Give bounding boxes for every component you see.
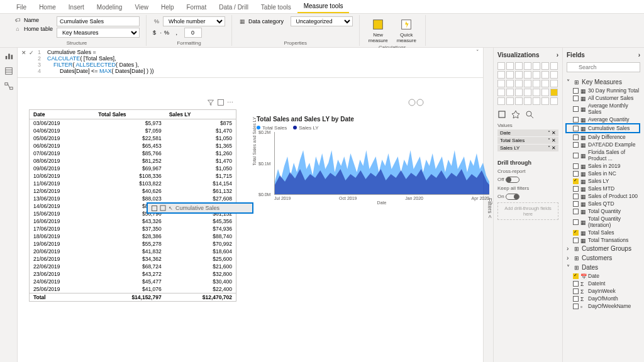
field-table-header[interactable]: ›⊞Customer Groups (567, 244, 640, 253)
field-item[interactable]: ΣDayOfMonth (567, 295, 640, 302)
viz-type-button[interactable] (550, 71, 558, 79)
field-checkbox[interactable] (573, 209, 579, 214)
field-checkbox[interactable] (573, 219, 579, 225)
viz-type-button[interactable] (533, 97, 540, 105)
table-row[interactable]: 16/06/2019$43,326$45,356 (30, 217, 236, 225)
data-view-icon[interactable] (4, 67, 13, 75)
viz-type-button[interactable] (541, 71, 549, 79)
field-item[interactable]: ▦Sales in 2019 (567, 162, 640, 170)
field-item[interactable]: ▦Total Quantity (567, 207, 640, 215)
field-checkbox[interactable] (573, 153, 579, 158)
viz-type-button[interactable] (515, 80, 523, 87)
keep-filters-toggle[interactable] (506, 194, 519, 200)
field-item[interactable]: ▦Sales in NC (567, 170, 640, 177)
collapse-icon[interactable]: › (557, 52, 558, 58)
table-row[interactable]: 13/06/2019$88,023$27,608 (30, 195, 236, 202)
column-header[interactable]: Date (30, 110, 94, 119)
viz-type-button[interactable] (533, 89, 540, 96)
drill-drop-zone[interactable]: Add drill-through fields here (497, 202, 558, 220)
report-canvas[interactable]: ⋯ DateTotal SalesSales LY 03/06/2019$5,9… (18, 78, 483, 362)
formula-code[interactable]: Cumulative Sales = CALCULATE( [Total Sal… (47, 49, 154, 74)
viz-type-button[interactable] (541, 89, 549, 96)
field-table-header[interactable]: ›⊞Customers (567, 253, 640, 263)
cancel-formula-icon[interactable]: ✕ (21, 50, 26, 56)
viz-type-button[interactable] (550, 62, 558, 70)
viz-type-button[interactable] (506, 71, 514, 79)
table-row[interactable]: 08/06/2019$81,252$1,470 (30, 157, 236, 165)
field-checkbox[interactable] (573, 288, 579, 294)
field-checkbox[interactable] (573, 117, 579, 123)
field-item[interactable]: 📅Date (567, 272, 640, 280)
field-checkbox[interactable] (573, 201, 579, 207)
percent-button[interactable]: % (164, 30, 169, 36)
field-checkbox[interactable] (573, 88, 579, 94)
commit-formula-icon[interactable]: ✓ (29, 50, 34, 56)
table-row[interactable]: 05/06/2019$22,581$1,050 (30, 134, 236, 142)
new-measure-button[interactable]: New measure (366, 16, 391, 45)
viz-type-button[interactable] (524, 71, 531, 79)
table-row[interactable]: 09/06/2019$69,967$1,050 (30, 165, 236, 172)
filters-pane-collapsed[interactable]: Filters < (483, 48, 493, 362)
field-item[interactable]: ▦Total Sales (567, 229, 640, 236)
viz-type-button[interactable] (506, 89, 514, 96)
viz-type-button[interactable] (533, 71, 540, 79)
field-item[interactable]: ▦Daily Difference (567, 133, 640, 141)
viz-type-button[interactable] (497, 71, 505, 79)
well-item[interactable]: Total Sales˅ ✕ (497, 137, 558, 144)
table-row[interactable]: 10/06/2019$108,336$1,715 (30, 172, 236, 180)
field-checkbox[interactable] (573, 134, 579, 140)
field-checkbox[interactable] (573, 142, 579, 148)
formula-bar[interactable]: ✕✓ 1234 Cumulative Sales = CALCULATE( [T… (18, 48, 483, 78)
field-item[interactable]: ▦Total Quantity (Iteration) (567, 215, 640, 229)
analytics-tab-icon[interactable] (525, 110, 534, 119)
viz-type-button[interactable] (497, 97, 505, 105)
field-checkbox[interactable] (573, 273, 579, 279)
currency-button[interactable]: $ (153, 30, 156, 36)
field-item[interactable]: ▦Cumulative Sales (565, 123, 640, 133)
table-row[interactable]: 04/06/2019$7,059$1,470 (30, 127, 236, 134)
column-header[interactable]: Total Sales (94, 110, 165, 119)
data-category-select[interactable]: Uncategorized (291, 16, 353, 26)
field-item[interactable]: ▦All Customer Sales (567, 94, 640, 102)
field-checkbox[interactable] (573, 304, 579, 309)
tab-file[interactable]: File (10, 1, 33, 13)
viz-type-button[interactable] (497, 89, 505, 96)
measure-name-input[interactable] (57, 16, 140, 26)
field-item[interactable]: ▦Average Quantity (567, 116, 640, 123)
collapse-icon[interactable]: › (638, 52, 640, 58)
field-checkbox[interactable] (573, 126, 579, 131)
field-item[interactable]: ▦Sales of Product 100 (567, 192, 640, 200)
viz-type-button[interactable] (550, 80, 558, 87)
table-row[interactable]: 19/06/2019$55,278$70,992 (30, 240, 236, 248)
tab-table-tools[interactable]: Table tools (255, 1, 297, 13)
filter-icon[interactable] (207, 99, 214, 106)
format-tab-icon[interactable] (511, 110, 520, 119)
tab-insert[interactable]: Insert (62, 1, 91, 13)
field-item[interactable]: ▦Average Monthly Sales (567, 102, 640, 116)
field-item[interactable]: ΣDayInWeek (567, 287, 640, 295)
home-table-select[interactable]: Key Measures (57, 28, 140, 38)
table-row[interactable]: 03/06/2019$5,973$875 (30, 119, 236, 128)
tab-help[interactable]: Help (155, 1, 180, 13)
field-table-header[interactable]: ˅⊞Key Measures (567, 77, 640, 87)
field-item[interactable]: ▦Sales LY (567, 177, 640, 185)
more-icon[interactable]: ⋯ (227, 99, 233, 106)
field-item[interactable]: ▦Sales QTD (567, 200, 640, 207)
table-row[interactable]: 06/06/2019$65,453$1,365 (30, 142, 236, 150)
viz-type-button[interactable] (515, 71, 523, 79)
table-row[interactable]: 12/06/2019$40,626$61,132 (30, 187, 236, 195)
well-item[interactable]: Date˅ ✕ (497, 129, 558, 136)
field-item[interactable]: ▦Total Transations (567, 236, 640, 244)
viz-type-button[interactable] (533, 80, 540, 87)
viz-type-button[interactable] (541, 97, 549, 105)
field-table-header[interactable]: ˅⊞Dates (567, 263, 640, 272)
table-row[interactable]: 24/06/2019$45,477$30,400 (30, 278, 236, 285)
field-item[interactable]: ▦DATEADD Example (567, 141, 640, 148)
viz-type-button[interactable] (506, 62, 514, 70)
field-checkbox[interactable] (573, 163, 579, 169)
comma-button[interactable]: , (176, 30, 178, 36)
viz-type-button[interactable] (541, 80, 549, 87)
viz-type-button[interactable] (515, 89, 523, 96)
viz-type-button[interactable] (497, 80, 505, 87)
field-checkbox[interactable] (573, 238, 579, 243)
